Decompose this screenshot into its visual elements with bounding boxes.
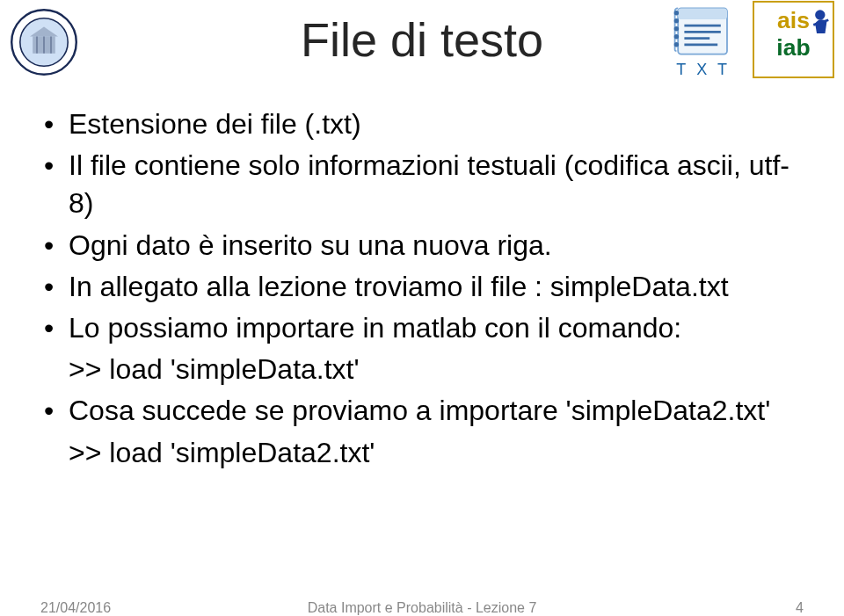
bullet-item: Lo possiamo importare in matlab con il c… — [40, 309, 809, 347]
bullet-item: Estensione dei file (.txt) — [40, 105, 809, 143]
slide-body: Estensione dei file (.txt) Il file conti… — [40, 105, 809, 475]
bullet-item: Il file contiene solo informazioni testu… — [40, 147, 809, 222]
bullet-item: Ogni dato è inserito su una nuova riga. — [40, 227, 809, 265]
footer-page-number: 4 — [796, 600, 804, 616]
bullet-item: Cosa succede se proviamo a importare 'si… — [40, 392, 809, 430]
slide-title: File di testo — [0, 12, 844, 67]
footer-lesson: Data Import e Probabilità - Lezione 7 — [0, 600, 844, 616]
command-line: >> load 'simpleData2.txt' — [40, 434, 809, 472]
command-line: >> load 'simpleData.txt' — [40, 351, 809, 388]
bullet-item: In allegato alla lezione troviamo il fil… — [40, 268, 809, 306]
slide: ais iab T X T File di testo Estensione d… — [0, 0, 844, 616]
